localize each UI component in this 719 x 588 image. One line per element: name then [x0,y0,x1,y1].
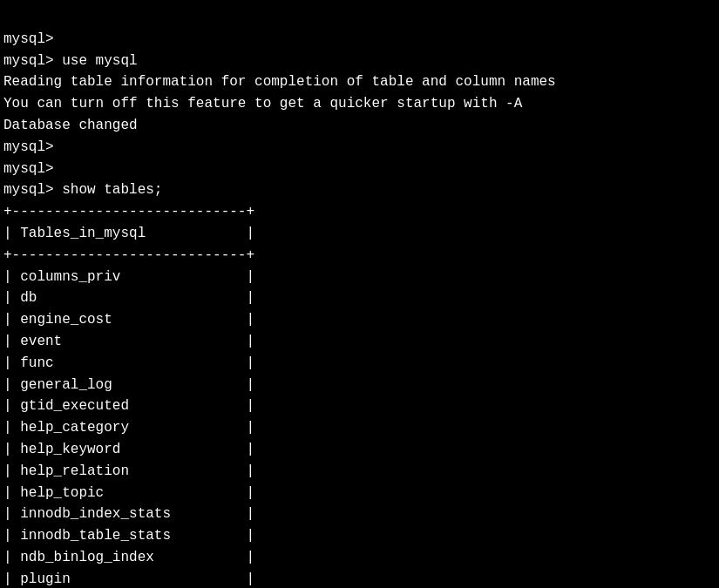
terminal-line: mysql> [3,137,716,159]
terminal-line: | innodb_index_stats | [3,504,716,525]
terminal-line: | engine_cost | [3,309,716,331]
terminal-line: Database changed [3,115,716,137]
terminal-line: | gtid_executed | [3,395,716,417]
terminal-line: mysql> [3,29,716,51]
terminal-line: | general_log | [3,375,716,396]
terminal-line: mysql> use mysql [3,51,716,72]
terminal-line: You can turn off this feature to get a q… [3,93,716,115]
terminal-line: | help_category | [3,417,716,439]
terminal-line: mysql> show tables; [3,179,716,201]
terminal-output: mysql>mysql> use mysqlReading table info… [3,7,716,588]
terminal-line: | event | [3,331,716,353]
terminal-line: +----------------------------+ [3,201,716,223]
terminal-line: | db | [3,287,716,309]
terminal-line: | columns_priv | [3,267,716,288]
terminal-line: +----------------------------+ [3,245,716,267]
terminal-line: Reading table information for completion… [3,71,716,93]
terminal-line: | help_keyword | [3,439,716,461]
terminal-line: | help_relation | [3,461,716,483]
terminal-line: | Tables_in_mysql | [3,223,716,245]
terminal-line: | func | [3,353,716,375]
terminal-line: | help_topic | [3,483,716,504]
terminal-line: | ndb_binlog_index | [3,547,716,569]
terminal-line: mysql> [3,159,716,180]
terminal-line: | innodb_table_stats | [3,525,716,547]
terminal-line: | plugin | [3,569,716,588]
